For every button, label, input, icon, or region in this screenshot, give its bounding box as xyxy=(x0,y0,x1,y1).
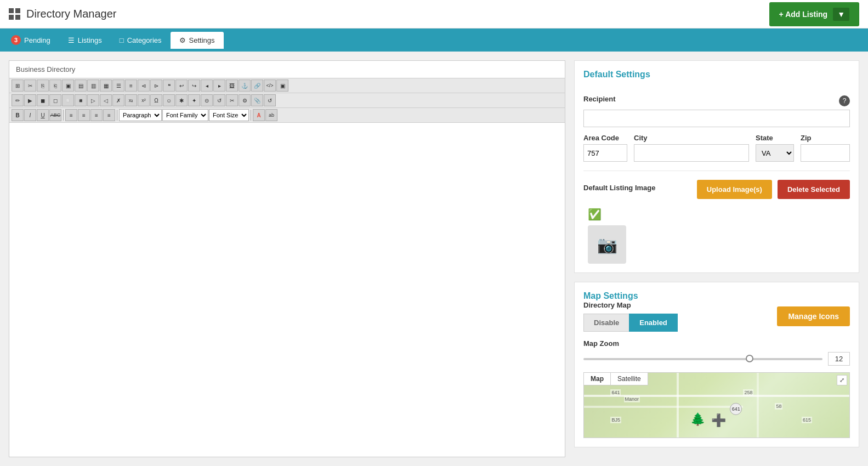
editor-panel: Business Directory ⊞ ✂ ⎘ ⎗ ▣ ▤ ▥ ▦ ☰ ≡ ⊲… xyxy=(9,60,565,457)
tb2-emoji[interactable]: ☺ xyxy=(163,94,175,106)
tb2-b6[interactable]: ▷ xyxy=(87,94,99,106)
manage-icons-button[interactable]: Manage Icons xyxy=(777,306,850,326)
toggle-group: Disable Enabled xyxy=(583,314,678,332)
tb-b9[interactable]: ◂ xyxy=(201,79,213,92)
tb2-scissors[interactable]: ✂ xyxy=(226,94,238,106)
tb2-b4[interactable]: ◽ xyxy=(62,94,74,106)
tb3-italic[interactable]: I xyxy=(24,109,36,121)
upload-images-button[interactable]: Upload Image(s) xyxy=(697,180,772,199)
city-input[interactable] xyxy=(634,144,749,162)
separator xyxy=(63,110,64,121)
tab-categories-label: Categories xyxy=(127,36,162,44)
zip-label: Zip xyxy=(801,134,850,142)
header-left: Directory Manager xyxy=(9,8,117,20)
font-size-select[interactable]: Font Size xyxy=(209,109,249,121)
map-expand-button[interactable]: ⤢ xyxy=(837,375,847,385)
tb-save[interactable]: ⊞ xyxy=(12,79,24,92)
tb-b1[interactable]: ▣ xyxy=(62,79,74,92)
road-label-1: 641 xyxy=(610,389,621,396)
tb3-align-center[interactable]: ≡ xyxy=(78,109,90,121)
tb-b2[interactable]: ▤ xyxy=(75,79,87,92)
tab-pending[interactable]: 3 Pending xyxy=(2,31,59,49)
tb2-gear[interactable]: ⚙ xyxy=(239,94,251,106)
separator xyxy=(251,110,251,121)
tb-b8[interactable]: ⊳ xyxy=(150,79,162,92)
tab-settings[interactable]: ⚙ Settings xyxy=(171,32,224,49)
tb3-align-left[interactable]: ≡ xyxy=(65,109,77,121)
tb3-bold[interactable]: B xyxy=(12,109,24,121)
tb-b7[interactable]: ⊲ xyxy=(138,79,150,92)
tb2-asterisk[interactable]: ✱ xyxy=(175,94,188,106)
main-content: Business Directory ⊞ ✂ ⎘ ⎗ ▣ ▤ ▥ ▦ ☰ ≡ ⊲… xyxy=(0,52,868,466)
tb-undo[interactable]: ↩ xyxy=(175,79,188,92)
image-preview-area: ✅ 📷 xyxy=(583,208,850,264)
map-badge-1: 641 xyxy=(730,403,742,415)
tb3-highlight[interactable]: ab xyxy=(265,109,277,121)
help-icon[interactable]: ? xyxy=(839,95,850,106)
enabled-toggle[interactable]: Enabled xyxy=(629,314,678,332)
tb3-underline[interactable]: U xyxy=(37,109,49,121)
tb2-b8[interactable]: ✦ xyxy=(188,94,200,106)
tb-link[interactable]: 🔗 xyxy=(251,79,263,92)
tb-image[interactable]: 🖼 xyxy=(226,79,238,92)
tb2-b1[interactable]: ▶ xyxy=(24,94,36,106)
tb3-font-color[interactable]: A xyxy=(253,109,265,121)
tb-blockquote[interactable]: ❝ xyxy=(163,79,175,92)
font-family-select[interactable]: Font Family xyxy=(162,109,208,121)
header: Directory Manager + Add Listing ▼ xyxy=(0,0,868,29)
tb3-align-justify[interactable]: ≡ xyxy=(103,109,115,121)
recipient-input[interactable] xyxy=(583,110,850,127)
tb2-sub[interactable]: x₂ xyxy=(125,94,137,106)
zip-input[interactable] xyxy=(801,144,850,162)
tb-html[interactable]: </> xyxy=(264,79,276,92)
tb2-strike[interactable]: ✗ xyxy=(112,94,124,106)
tb-b4[interactable]: ▦ xyxy=(100,79,112,92)
zoom-row: 12 xyxy=(583,352,850,366)
tb2-pin[interactable]: 📎 xyxy=(251,94,263,106)
image-section: Default Listing Image Upload Image(s) De… xyxy=(583,171,850,264)
tab-listings[interactable]: ☰ Listings xyxy=(59,32,111,49)
tb-copy[interactable]: ⎘ xyxy=(37,79,49,92)
app-title: Directory Manager xyxy=(26,8,117,20)
tb-b6[interactable]: ≡ xyxy=(125,79,137,92)
disable-toggle[interactable]: Disable xyxy=(583,314,629,332)
tb-b5[interactable]: ☰ xyxy=(112,79,124,92)
tb2-b7[interactable]: ◁ xyxy=(100,94,112,106)
city-group: City xyxy=(634,134,749,162)
tb2-b10[interactable]: ↺ xyxy=(264,94,276,106)
delete-selected-button[interactable]: Delete Selected xyxy=(778,180,850,199)
tb-fullscreen[interactable]: ▣ xyxy=(276,79,288,92)
tb-anchor[interactable]: ⚓ xyxy=(239,79,251,92)
tb3-align-right[interactable]: ≡ xyxy=(90,109,103,121)
map-tab-map[interactable]: Map xyxy=(584,373,611,385)
tb2-omega[interactable]: Ω xyxy=(150,94,162,106)
tb2-b5[interactable]: ◾ xyxy=(75,94,87,106)
tb2-edit[interactable]: ✏ xyxy=(12,94,24,106)
map-zoom-section: Map Zoom 12 xyxy=(583,339,850,366)
tab-categories[interactable]: □ Categories xyxy=(111,32,171,49)
tb2-b2[interactable]: ◼ xyxy=(37,94,49,106)
tb2-refresh[interactable]: ↺ xyxy=(213,94,225,106)
pending-badge: 3 xyxy=(11,35,21,45)
state-select[interactable]: VA AL AK xyxy=(756,144,794,162)
tb2-b3[interactable]: ◻ xyxy=(49,94,61,106)
editor-body[interactable] xyxy=(9,123,565,397)
add-listing-button[interactable]: + Add Listing ▼ xyxy=(769,2,859,26)
tb2-sup[interactable]: x² xyxy=(138,94,150,106)
format-select[interactable]: Paragraph xyxy=(119,109,162,121)
tb-redo[interactable]: ↪ xyxy=(188,79,200,92)
tb3-strike2[interactable]: ABC xyxy=(49,109,61,121)
tb-b10[interactable]: ▸ xyxy=(213,79,225,92)
tb2-b9[interactable]: ⊝ xyxy=(201,94,213,106)
area-code-input[interactable]: 757 xyxy=(583,144,627,162)
map-tab-satellite[interactable]: Satellite xyxy=(611,373,648,385)
separator xyxy=(117,110,117,121)
tab-listings-label: Listings xyxy=(78,36,102,44)
tb-paste[interactable]: ⎗ xyxy=(49,79,61,92)
add-listing-arrow: ▼ xyxy=(833,8,849,21)
check-icon: ✅ xyxy=(588,208,602,221)
tb-b3[interactable]: ▥ xyxy=(87,79,99,92)
zoom-handle[interactable] xyxy=(746,355,753,362)
zoom-slider[interactable] xyxy=(583,358,822,360)
tb-cut[interactable]: ✂ xyxy=(24,79,36,92)
